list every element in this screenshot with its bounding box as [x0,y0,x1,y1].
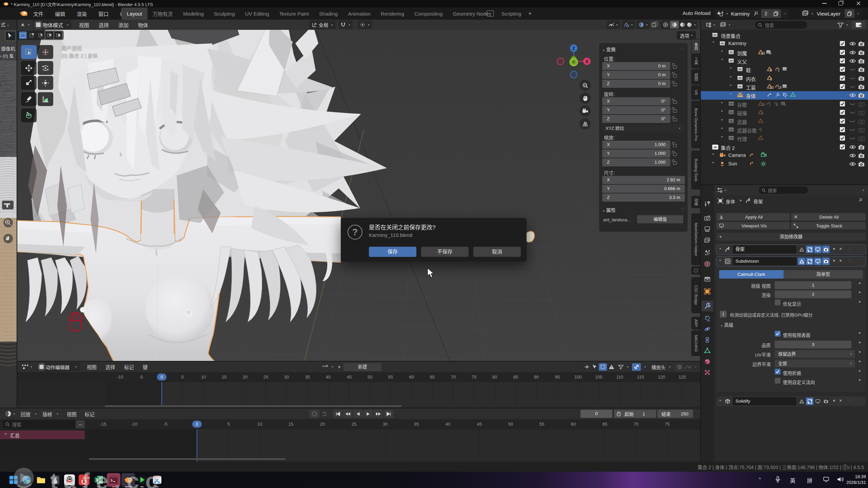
svg-text:X: X [586,59,588,64]
svg-text:Z: Z [572,46,575,51]
